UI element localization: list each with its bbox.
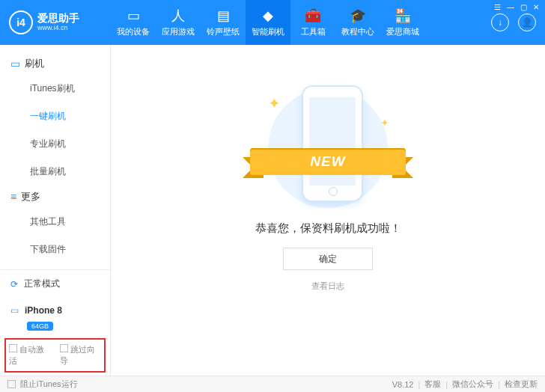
storage-badge: 64GB: [27, 322, 53, 331]
nav-icon: ◆: [263, 7, 273, 24]
device-name: iPhone 8: [25, 305, 62, 316]
sidebar-item[interactable]: iTunes刷机: [0, 75, 110, 102]
check-update-link[interactable]: 检查更新: [505, 379, 538, 390]
close-icon[interactable]: ✕: [533, 3, 539, 11]
wechat-link[interactable]: 微信公众号: [452, 379, 493, 390]
header-bar: ☰ — ▢ ✕ i4 爱思助手 www.i4.cn ▭我的设备人应用游戏▤铃声壁…: [0, 0, 545, 45]
group-icon: ▭: [10, 58, 20, 70]
nav-label: 我的设备: [117, 26, 150, 37]
view-log-link[interactable]: 查看日志: [311, 281, 344, 292]
sidebar-item[interactable]: 下载固件: [0, 236, 110, 263]
nav-item[interactable]: ▤铃声壁纸: [201, 0, 246, 45]
nav-label: 教程中心: [341, 26, 374, 37]
nav-icon: 人: [171, 7, 185, 24]
nav-item[interactable]: 🎓教程中心: [335, 0, 380, 45]
success-message: 恭喜您，保资料刷机成功啦！: [255, 221, 401, 236]
group-title: 更多: [21, 190, 40, 203]
phone-icon: ▭: [10, 305, 19, 316]
top-nav: ▭我的设备人应用游戏▤铃声壁纸◆智能刷机🧰工具箱🎓教程中心🏪爱思商城: [111, 0, 425, 45]
sidebar-group-header[interactable]: ▭刷机: [0, 52, 110, 75]
menu-icon[interactable]: ☰: [494, 3, 501, 11]
nav-item[interactable]: 🏪爱思商城: [380, 0, 425, 45]
status-bar: 阻止iTunes运行 V8.12 | 客服 | 微信公众号 | 检查更新: [0, 376, 545, 392]
skip-guide-checkbox[interactable]: [60, 344, 68, 352]
sidebar-item[interactable]: 批量刷机: [0, 158, 110, 186]
refresh-icon: ⟳: [10, 279, 18, 290]
logo-title: 爱思助手: [37, 13, 79, 24]
user-button[interactable]: 👤: [518, 13, 536, 31]
logo-icon: i4: [9, 10, 33, 34]
nav-icon: 🎓: [350, 7, 366, 24]
titlebar: ☰ — ▢ ✕: [494, 3, 539, 11]
sidebar-item[interactable]: 专业刷机: [0, 130, 110, 158]
new-ribbon: NEW: [250, 144, 406, 174]
maximize-icon[interactable]: ▢: [520, 3, 527, 11]
logo-subtitle: www.i4.cn: [37, 25, 79, 32]
nav-label: 工具箱: [301, 26, 326, 37]
block-itunes-label: 阻止iTunes运行: [20, 379, 78, 390]
mode-label: 正常模式: [24, 278, 60, 290]
nav-item[interactable]: ▭我的设备: [111, 0, 156, 45]
nav-icon: ▤: [217, 7, 230, 24]
nav-label: 铃声壁纸: [207, 26, 240, 37]
nav-label: 应用游戏: [162, 26, 195, 37]
group-icon: ≡: [10, 191, 16, 203]
device-info[interactable]: ▭ iPhone 8 64GB: [0, 298, 110, 338]
support-link[interactable]: 客服: [424, 379, 441, 390]
sidebar-item[interactable]: 其他工具: [0, 208, 110, 236]
sidebar-group-header[interactable]: ≡更多: [0, 186, 110, 208]
auto-activate-checkbox[interactable]: [9, 344, 17, 352]
device-mode[interactable]: ⟳ 正常模式: [0, 270, 110, 298]
group-title: 刷机: [25, 57, 44, 70]
nav-label: 爱思商城: [386, 26, 419, 37]
ok-button[interactable]: 确定: [283, 248, 373, 270]
nav-icon: ▭: [127, 7, 140, 24]
version-label: V8.12: [392, 380, 414, 389]
nav-item[interactable]: ◆智能刷机: [246, 0, 290, 45]
nav-label: 智能刷机: [252, 26, 284, 37]
success-illustration: ✦ ✦ NEW: [253, 81, 403, 208]
block-itunes-checkbox[interactable]: [7, 380, 16, 388]
nav-icon: 🏪: [395, 7, 411, 24]
logo[interactable]: i4 爱思助手 www.i4.cn: [0, 10, 111, 34]
sparkle-icon: ✦: [268, 94, 281, 112]
sidebar-item[interactable]: 一键刷机: [0, 102, 110, 130]
flash-options: 自动激活 跳过向导: [4, 338, 106, 373]
minimize-icon[interactable]: —: [507, 3, 514, 11]
nav-item[interactable]: 🧰工具箱: [290, 0, 335, 45]
main-content: ✦ ✦ NEW 恭喜您，保资料刷机成功啦！ 确定 查看日志: [111, 45, 545, 376]
sidebar-item[interactable]: 高级功能: [0, 263, 110, 269]
nav-item[interactable]: 人应用游戏: [156, 0, 201, 45]
nav-icon: 🧰: [305, 7, 321, 24]
sparkle-icon: ✦: [380, 117, 389, 129]
download-button[interactable]: ↓: [491, 13, 509, 31]
sidebar: ▭刷机iTunes刷机一键刷机专业刷机批量刷机≡更多其他工具下载固件高级功能 ⟳…: [0, 45, 111, 376]
